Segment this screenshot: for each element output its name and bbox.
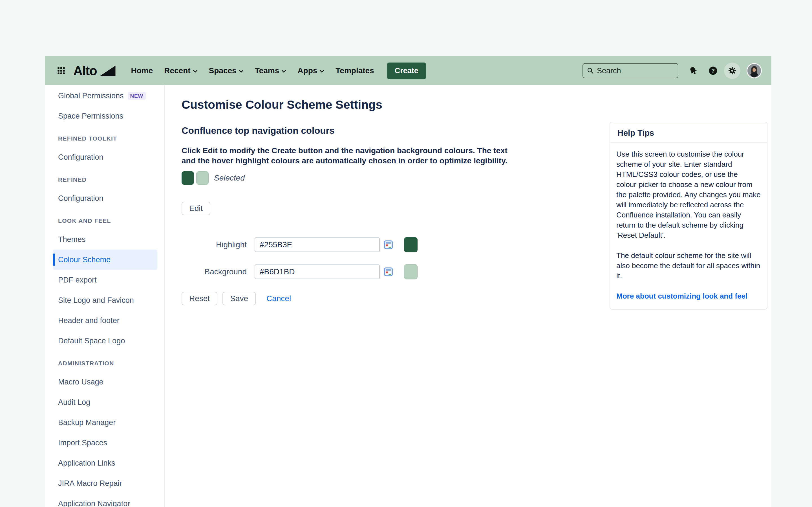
sidebar-item-space-permissions[interactable]: Space Permissions (53, 106, 157, 126)
sidebar-item-global-permissions[interactable]: Global Permissions NEW (53, 86, 157, 106)
sidebar-item-label: Site Logo and Favicon (58, 296, 134, 305)
nav-templates[interactable]: Templates (336, 66, 374, 75)
sidebar-item-label: Configuration (58, 194, 103, 203)
alto-logo[interactable]: Alto (73, 64, 116, 77)
sidebar-item-macro-usage[interactable]: Macro Usage (53, 372, 157, 392)
search-input[interactable] (597, 66, 674, 75)
sidebar-item-backup-manager[interactable]: Backup Manager (53, 412, 157, 433)
highlight-colour-input[interactable] (255, 237, 380, 252)
highlight-field-label: Highlight (182, 240, 247, 249)
nav-teams-label: Teams (255, 66, 280, 75)
sidebar-item-import-spaces[interactable]: Import Spaces (53, 433, 157, 453)
nav-apps[interactable]: Apps (297, 66, 324, 75)
description-text: and the hover highlight colours are auto… (182, 156, 507, 165)
chevron-down-icon (319, 69, 324, 73)
selected-label: Selected (214, 173, 245, 182)
sidebar-item-label: Configuration (58, 153, 103, 162)
sidebar-section-look-and-feel: LOOK AND FEEL (45, 212, 164, 229)
nav-home[interactable]: Home (131, 66, 153, 75)
nav-apps-label: Apps (297, 66, 317, 75)
alto-logo-triangle-icon (99, 66, 116, 76)
sidebar-section-refined-toolkit: REFINED TOOLKIT (45, 130, 164, 147)
sidebar-item-label: Default Space Logo (58, 337, 125, 345)
look-and-feel-help-link[interactable]: More about customizing look and feel (616, 291, 748, 301)
app-switcher-icon[interactable] (56, 66, 66, 75)
background-field-label: Background (182, 267, 247, 276)
bell-icon (689, 66, 698, 75)
sidebar-item-site-logo-and-favicon[interactable]: Site Logo and Favicon (53, 290, 157, 311)
primary-nav: Home Recent Spaces Teams Apps Templates (131, 66, 374, 75)
nav-spaces[interactable]: Spaces (209, 66, 244, 75)
page-title: Customise Colour Scheme Settings (182, 98, 771, 112)
global-search[interactable] (582, 63, 678, 78)
colour-picker-icon[interactable] (384, 267, 393, 276)
sidebar-item-colour-scheme[interactable]: Colour Scheme (53, 249, 157, 270)
sidebar-section-refined: REFINED (45, 171, 164, 188)
sidebar-item-label: Audit Log (58, 398, 90, 407)
help-tips-paragraph: Use this screen to customise the colour … (616, 149, 761, 240)
chevron-down-icon (282, 69, 286, 73)
user-avatar[interactable] (747, 63, 762, 78)
admin-sidebar: Global Permissions NEW Space Permissions… (45, 85, 165, 507)
nav-teams[interactable]: Teams (255, 66, 287, 75)
question-mark-icon: ? (708, 66, 718, 75)
settings-button[interactable] (724, 62, 741, 79)
svg-text:?: ? (711, 68, 715, 74)
description-edit-keyword: Edit (203, 146, 218, 155)
edit-button[interactable]: Edit (182, 202, 210, 215)
cancel-link[interactable]: Cancel (266, 294, 291, 303)
help-tips-title: Help Tips (610, 122, 767, 143)
reset-button[interactable]: Reset (182, 292, 217, 305)
sidebar-item-themes[interactable]: Themes (53, 229, 157, 249)
save-button[interactable]: Save (222, 292, 256, 305)
sidebar-item-configuration-toolkit[interactable]: Configuration (53, 147, 157, 167)
description-text: Click (182, 146, 203, 155)
chevron-down-icon (193, 69, 198, 73)
sidebar-section-administration: ADMINISTRATION (45, 355, 164, 372)
background-colour-swatch (196, 171, 209, 185)
create-button[interactable]: Create (387, 62, 426, 79)
sidebar-item-label: Import Spaces (58, 439, 107, 447)
alto-logo-text: Alto (73, 64, 97, 77)
avatar-portrait (748, 64, 761, 77)
app-window: Alto Home Recent Spaces Teams Apps (45, 56, 771, 507)
nav-templates-label: Templates (336, 66, 374, 75)
help-button[interactable]: ? (708, 66, 718, 75)
sidebar-item-configuration-refined[interactable]: Configuration (53, 188, 157, 209)
help-tips-body: Use this screen to customise the colour … (610, 143, 767, 309)
background-colour-input[interactable] (255, 265, 380, 279)
sidebar-item-label: PDF export (58, 276, 97, 284)
section-description: Click Edit to modify the Create button a… (182, 146, 537, 166)
colour-picker-icon[interactable] (384, 240, 393, 249)
new-badge: NEW (128, 92, 146, 100)
sidebar-item-application-navigator[interactable]: Application Navigator (53, 494, 157, 507)
sidebar-item-jira-macro-repair[interactable]: JIRA Macro Repair (53, 473, 157, 494)
sidebar-item-label: Space Permissions (58, 112, 123, 121)
sidebar-item-application-links[interactable]: Application Links (53, 453, 157, 473)
nav-recent[interactable]: Recent (164, 66, 197, 75)
notifications-button[interactable] (689, 66, 698, 75)
sidebar-item-label: Themes (58, 235, 86, 244)
nav-recent-label: Recent (164, 66, 190, 75)
search-icon (587, 67, 594, 74)
sidebar-item-label: Macro Usage (58, 378, 103, 386)
chevron-down-icon (239, 69, 244, 73)
sidebar-item-label: Application Navigator (58, 499, 130, 507)
topbar-right-cluster: ? (582, 62, 762, 79)
nav-spaces-label: Spaces (209, 66, 237, 75)
top-navigation-bar: Alto Home Recent Spaces Teams Apps (45, 56, 771, 85)
help-tips-panel: Help Tips Use this screen to customise t… (610, 122, 767, 309)
sidebar-item-header-and-footer[interactable]: Header and footer (53, 311, 157, 331)
sidebar-item-label: Backup Manager (58, 418, 116, 427)
sidebar-item-default-space-logo[interactable]: Default Space Logo (53, 331, 157, 351)
description-text: to modify the Create button and the navi… (218, 146, 507, 155)
gear-icon (727, 66, 737, 75)
sidebar-item-label: Header and footer (58, 316, 119, 325)
sidebar-item-label: Application Links (58, 459, 115, 467)
background-colour-chip (404, 264, 417, 279)
help-tips-paragraph: The default colour scheme for the site w… (616, 250, 761, 281)
sidebar-item-audit-log[interactable]: Audit Log (53, 392, 157, 412)
highlight-colour-chip (404, 237, 417, 252)
sidebar-item-label: Global Permissions (58, 92, 124, 100)
sidebar-item-pdf-export[interactable]: PDF export (53, 270, 157, 290)
